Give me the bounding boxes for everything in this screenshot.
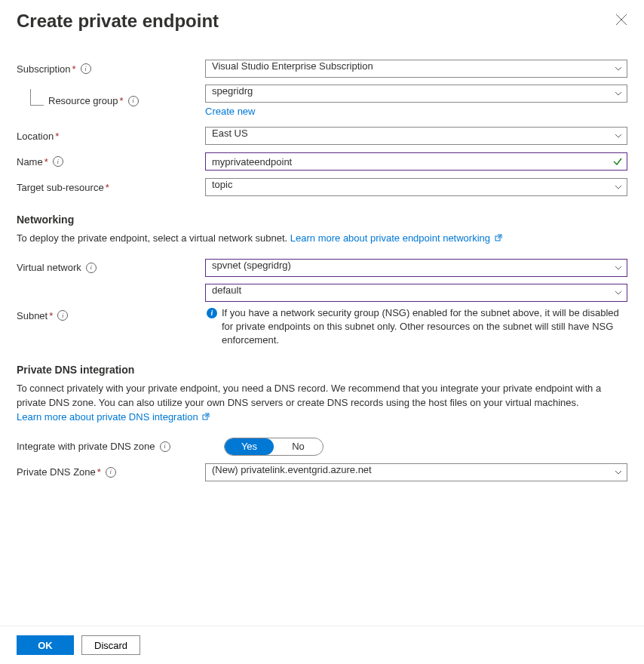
subscription-label: Subscription <box>17 63 71 75</box>
info-icon[interactable]: i <box>53 156 63 167</box>
required-icon: * <box>97 466 101 478</box>
dns-zone-label: Private DNS Zone <box>17 466 96 478</box>
integrate-dns-label: Integrate with private DNS zone <box>17 441 155 452</box>
subscription-select[interactable]: Visual Studio Enterprise Subscription <box>205 60 627 78</box>
info-icon[interactable]: i <box>57 310 68 321</box>
info-icon[interactable]: i <box>106 467 116 478</box>
toggle-no[interactable]: No <box>274 438 323 455</box>
toggle-yes[interactable]: Yes <box>225 438 274 455</box>
info-icon[interactable]: i <box>86 263 97 273</box>
required-icon: * <box>55 131 59 142</box>
resource-group-select[interactable]: spegridrg <box>205 85 627 103</box>
close-icon[interactable] <box>615 14 627 26</box>
tree-guide <box>30 89 44 106</box>
dns-desc: To connect privately with your private e… <box>17 382 627 425</box>
subnet-select[interactable]: default <box>205 284 627 302</box>
external-link-icon <box>202 413 210 420</box>
networking-heading: Networking <box>17 214 627 226</box>
required-icon: * <box>72 63 76 75</box>
name-input[interactable] <box>205 152 627 171</box>
location-label: Location <box>17 131 54 142</box>
info-icon[interactable]: i <box>81 63 91 74</box>
networking-learn-more-link[interactable]: Learn more about private endpoint networ… <box>290 232 502 244</box>
dns-learn-more-link[interactable]: Learn more about private DNS integration <box>17 411 210 423</box>
resource-group-label: Resource group <box>48 95 118 106</box>
external-link-icon <box>495 234 502 241</box>
create-new-link[interactable]: Create new <box>205 106 627 117</box>
discard-button[interactable]: Discard <box>81 635 140 655</box>
required-icon: * <box>106 182 109 193</box>
required-icon: * <box>49 310 53 321</box>
virtual-network-select[interactable]: spvnet (spegridrg) <box>205 259 627 277</box>
page-title: Create private endpoint <box>17 11 219 32</box>
ok-button[interactable]: OK <box>17 635 74 655</box>
target-sub-resource-label: Target sub-resource <box>17 182 104 193</box>
name-label: Name <box>17 156 43 168</box>
location-select[interactable]: East US <box>205 127 627 145</box>
info-icon[interactable]: i <box>160 441 170 452</box>
info-icon[interactable]: i <box>128 96 139 106</box>
required-icon: * <box>44 156 48 168</box>
subnet-label: Subnet <box>17 310 48 321</box>
subnet-note: i If you have a network security group (… <box>205 306 627 348</box>
integrate-dns-toggle[interactable]: Yes No <box>224 438 324 456</box>
required-icon: * <box>120 95 124 106</box>
target-sub-resource-select[interactable]: topic <box>205 178 627 196</box>
dns-heading: Private DNS integration <box>17 364 627 376</box>
networking-desc: To deploy the private endpoint, select a… <box>17 232 627 246</box>
info-filled-icon: i <box>207 308 217 318</box>
dns-zone-select[interactable]: (New) privatelink.eventgrid.azure.net <box>205 463 627 481</box>
virtual-network-label: Virtual network <box>17 262 81 273</box>
